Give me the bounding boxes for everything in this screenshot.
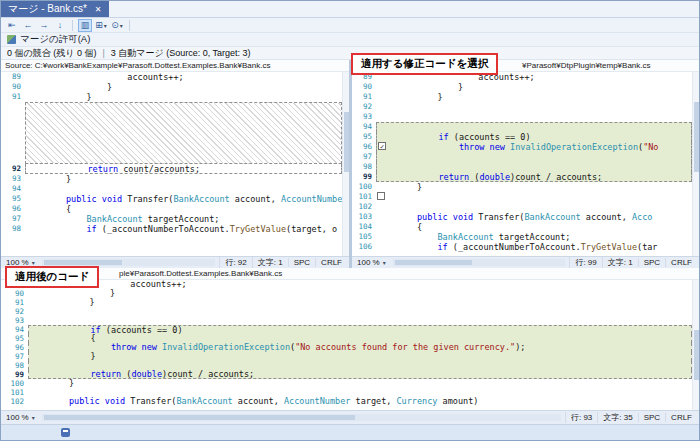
toolbar-separator: [72, 20, 73, 31]
vertical-scrollbar[interactable]: [342, 72, 349, 256]
code-content: }: [376, 182, 692, 192]
merge-permission-row: マージの許可(A): [1, 33, 699, 47]
code-content: }: [376, 82, 692, 92]
merge-permission-label[interactable]: マージの許可(A): [20, 33, 90, 46]
callout-applied-code: 適用後のコード: [5, 266, 99, 288]
eol-indicator: CRLF: [665, 258, 697, 267]
code-line: 89 accounts++;: [1, 280, 692, 289]
vertical-scrollbar[interactable]: [692, 72, 699, 256]
horizontal-scrollbar[interactable]: [393, 259, 566, 266]
next-diff-icon[interactable]: →: [37, 19, 51, 32]
code-content: [376, 102, 692, 112]
line-number: 91: [352, 92, 376, 102]
line-number: 92: [1, 164, 25, 174]
line-number: 95: [352, 132, 376, 142]
goto-first-diff-icon[interactable]: ⇤: [5, 19, 19, 32]
goto-last-diff-icon[interactable]: ↓: [53, 19, 67, 32]
code-line: 102: [352, 202, 692, 212]
code-content: }: [376, 92, 692, 102]
code-line: 97 BankAccount targetAccount;: [1, 214, 342, 224]
result-pane: ple¥Parasoft.Dottest.Examples.Bank¥Bank.…: [1, 268, 699, 424]
tab-title: マージ - Bank.cs*: [8, 2, 87, 16]
vertical-scrollbar[interactable]: [692, 280, 699, 410]
chevron-down-icon: ▾: [32, 259, 35, 266]
code-line: 98: [352, 162, 692, 172]
tab-merge-bank[interactable]: マージ - Bank.cs* ✕: [1, 1, 109, 17]
code-content: throw new InvalidOperationException("No …: [28, 343, 692, 352]
code-content: public void Transfer(BankAccount account…: [376, 212, 692, 222]
conflict-count: 0 個の競合 (残り 0 個): [7, 47, 96, 60]
horizontal-scrollbar[interactable]: [42, 414, 561, 421]
code-line: 94 if (accounts == 0): [1, 325, 692, 334]
result-editor[interactable]: 89 accounts++;90 }91 }929394 if (account…: [1, 280, 699, 410]
code-line: 90 }: [352, 82, 692, 92]
code-content: [376, 152, 692, 162]
line-number: 102: [352, 202, 376, 212]
code-content: BankAccount targetAccount;: [376, 232, 692, 242]
zoom-select[interactable]: 100 %▾: [354, 258, 389, 267]
code-content: BankAccount targetAccount;: [25, 214, 342, 224]
code-line: 105 BankAccount targetAccount;: [352, 232, 692, 242]
code-content: [25, 184, 342, 194]
code-line: 94: [352, 122, 692, 132]
code-content: [28, 361, 692, 370]
toolbar-separator: [129, 20, 130, 31]
code-line: 95 public void Transfer(BankAccount acco…: [1, 194, 342, 204]
code-line: 96 throw new InvalidOperationException("…: [1, 343, 692, 352]
line-number: 105: [352, 232, 376, 242]
line-number: [1, 102, 25, 164]
line-number: 92: [1, 307, 28, 316]
line-number: 95: [1, 334, 28, 343]
code-line: 97: [352, 152, 692, 162]
line-number: 96: [1, 343, 28, 352]
zoom-select[interactable]: 100 %▾: [3, 413, 38, 422]
line-number: 97: [1, 352, 28, 361]
code-line: 99 return (double)count / accounts;: [352, 172, 692, 182]
code-content: return (double)count / accounts;: [28, 370, 692, 379]
merge-options-icon[interactable]: ⊙▾: [110, 19, 124, 32]
zoom-value: 100 %: [6, 413, 29, 422]
code-line: 92: [352, 102, 692, 112]
fix-checkbox[interactable]: ✓: [378, 142, 386, 150]
code-line: 95 if (accounts == 0): [352, 132, 692, 142]
code-content: if (_accountNumberToAccount.TryGetValue(…: [25, 224, 342, 234]
line-indicator: 行: 92: [219, 257, 251, 268]
line-number: 92: [352, 102, 376, 112]
target-editor[interactable]: 89 accounts++;90 }91 }92939495 if (accou…: [352, 72, 699, 256]
code-line: 90 }: [1, 82, 342, 92]
line-number: 93: [352, 112, 376, 122]
code-content: if (_accountNumberToAccount.TryGetValue(…: [376, 242, 692, 252]
code-content: }: [28, 289, 692, 298]
line-number: 91: [1, 92, 25, 102]
line-number: 96: [1, 204, 25, 214]
tab-close-icon[interactable]: ✕: [95, 5, 102, 14]
code-line: 91 }: [1, 298, 692, 307]
code-line: 99 return (double)count / accounts;: [1, 370, 692, 379]
fix-checkbox[interactable]: [377, 192, 385, 200]
space-indicator: SPC: [288, 258, 315, 267]
code-content: }: [28, 298, 692, 307]
line-indicator: 行: 93: [565, 412, 597, 423]
prev-diff-icon[interactable]: ←: [21, 19, 35, 32]
code-line: 95 {: [1, 334, 692, 343]
code-content: public void Transfer(BankAccount account…: [28, 397, 692, 406]
line-number: 94: [352, 122, 376, 132]
layout-options-icon[interactable]: ⊞▾: [94, 19, 108, 32]
code-line: 96✓ throw new InvalidOperationException(…: [352, 142, 692, 152]
line-number: 98: [352, 162, 376, 172]
code-line: 93: [1, 316, 692, 325]
horizontal-scrollbar[interactable]: [42, 259, 216, 266]
code-content: [376, 162, 692, 172]
code-line: 98: [1, 361, 692, 370]
chevron-down-icon: ▾: [383, 259, 386, 266]
code-content: {: [376, 222, 692, 232]
code-line: 106 if (_accountNumberToAccount.TryGetVa…: [352, 242, 692, 252]
source-editor[interactable]: 89 accounts++;90 }91 }92 return count/ac…: [1, 72, 349, 256]
side-by-side-view-icon[interactable]: ▥: [78, 19, 92, 32]
zoom-value: 100 %: [357, 258, 380, 267]
status-separator: |: [102, 48, 104, 58]
code-content: [28, 307, 692, 316]
code-line: 101: [352, 192, 692, 202]
code-content: [376, 202, 692, 212]
chevron-down-icon: ▾: [32, 414, 35, 421]
